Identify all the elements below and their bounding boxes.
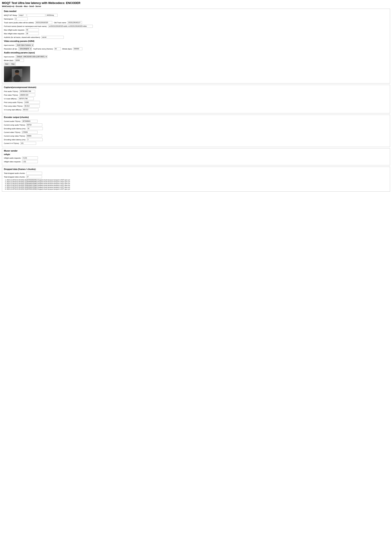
current-video-ts-input[interactable] (22, 131, 37, 134)
current-comp-video-ts-input[interactable] (26, 135, 42, 137)
encoder-output-title: Encoder output (chunks) (4, 116, 388, 118)
video-preview (4, 66, 30, 82)
total-dropped-audio-input[interactable] (26, 172, 42, 175)
video-bitrate-input[interactable] (73, 47, 82, 50)
capture-section: Capture(uncompressed domain) First audio… (2, 85, 390, 113)
muxer-sender-section: Muxer sender Inflight Inflight audio req… (2, 148, 390, 165)
moqt-relay-prefix[interactable] (19, 14, 26, 17)
max-inflight-audio-input[interactable] (26, 29, 39, 31)
max-inflight-audio-label: Max inflight audio requests: (4, 29, 25, 31)
first-comp-video-ts-input[interactable] (24, 105, 40, 107)
va-start-diff-input[interactable] (18, 97, 34, 100)
svg-point-5 (16, 72, 17, 74)
audio-input-sources-row: Input sources: Default - UMC202HD 192k (… (4, 55, 388, 58)
current-audio-ts-input[interactable] (22, 120, 37, 123)
va-comp-start-diff-input[interactable] (23, 108, 38, 111)
audio-bitrate-label: Bitrate (bps): (4, 59, 14, 61)
first-comp-audio-ts-row: First comp audio TS(ms): (4, 101, 388, 104)
video-input-sources-label: Input sources: (4, 44, 15, 46)
video-preview-inner (4, 66, 30, 82)
video-encoding-title: Video encoding params (h264) (4, 40, 388, 42)
stop-button[interactable]: Stop (10, 63, 16, 65)
current-video-ts-label: Current video TS(ms): (4, 131, 21, 133)
inflight-video-input[interactable] (22, 160, 38, 163)
old-track-name-input[interactable] (68, 21, 82, 24)
encoding-video-latency-input[interactable] (27, 138, 43, 141)
resolution-row: Resolution @ fps: 320x180@30 KeyFrame ev… (4, 47, 388, 50)
namespace-row: Namespace: (4, 17, 388, 20)
inflight-audio-label: Inflight audio requests: (4, 157, 21, 159)
first-comp-audio-ts-input[interactable] (24, 101, 40, 104)
svg-point-6 (17, 72, 18, 74)
first-video-ts-input[interactable] (19, 93, 35, 96)
audio-bitrate-row: Bitrate (bps): (4, 59, 388, 62)
resolution-label: Resolution @ fps: (4, 48, 17, 50)
first-video-ts-row: First video TS(ms): (4, 93, 388, 96)
max-inflight-audio-row: Max inflight audio requests: (4, 29, 388, 31)
full-track-input[interactable] (48, 25, 93, 28)
video-input-sources-select[interactable]: Jordi 12pro Camera (16, 44, 34, 47)
current-comp-audio-ts-row: Current comp audio TS(ms): (4, 123, 388, 126)
full-track-label: Full track names (based on namespace and… (4, 25, 47, 27)
inflight-audio-input[interactable] (22, 157, 38, 159)
moqt-relay-suffix[interactable] (46, 14, 57, 17)
va-start-diff-row: V-A start diff(ms): (4, 97, 388, 100)
first-audio-ts-label: First audio TS(ms): (4, 90, 18, 92)
inflight-video-label: Inflight video requests: (4, 161, 21, 163)
audio-input-sources-select[interactable]: Default - UMC202HD 192k (1397:0507) (16, 55, 47, 58)
encoding-video-latency-row: Encoding video latency (ms): (4, 138, 388, 141)
full-track-row: Full track names (based on namespace and… (4, 25, 388, 28)
resolution-select[interactable]: 320x180@30 (19, 47, 32, 50)
first-comp-audio-ts-label: First comp audio TS(ms): (4, 101, 23, 103)
namespace-input[interactable] (14, 17, 28, 20)
encoding-audio-latency-label: Encoding audio latency (ms): (4, 128, 26, 130)
inflight-subtitle: Inflight (4, 153, 388, 156)
max-inflight-video-label: Max inflight video requests: (4, 33, 25, 35)
current-va-ts-input[interactable] (20, 142, 36, 145)
list-item: 2023-12-26T18:21:59.02SZ (0)(38786308259… (7, 179, 388, 181)
list-item: 2023-12-26T18:21:59.02SZ (1)(38786309259… (7, 181, 388, 183)
audio-bitrate-input[interactable] (15, 59, 24, 62)
max-inflight-video-input[interactable] (26, 32, 39, 35)
inflight-video-row: Inflight video requests: (4, 160, 388, 163)
page-subtitle: WebCam(v+a) - Encode - Mux - Send - Serv… (2, 5, 390, 7)
person-silhouette-icon (12, 69, 22, 82)
track-name-row: Track name (audio,video will be added): … (4, 21, 388, 24)
encoding-audio-latency-row: Encoding audio latency (ms): (4, 127, 388, 130)
max-inflight-video-row: Max inflight video requests: (4, 32, 388, 35)
current-va-ts-row: Current V-A TS(ms): (4, 142, 388, 145)
video-input-sources-row: Input sources: Jordi 12pro Camera (4, 44, 388, 47)
start-button[interactable]: Start (4, 63, 10, 65)
encoder-output-section: Encoder output (chunks) Current audio TS… (2, 115, 390, 147)
va-comp-start-diff-row: V-A comp start diff(ms): (4, 108, 388, 111)
list-item: 2023-12-26T18:21:59.02SZ (5)(38786313259… (7, 188, 388, 190)
keyframe-label: KeyFrame every (frames): (34, 48, 53, 50)
video-bitrate-label: Bitrate (bps): (63, 48, 72, 50)
audio-input-sources-label: Input sources: (4, 56, 15, 58)
keyframe-input[interactable] (54, 47, 61, 50)
data-needed-title: Data needed (4, 10, 388, 13)
total-dropped-video-row: Total dropped video chunks: (4, 175, 388, 178)
encoding-audio-latency-input[interactable] (27, 127, 43, 130)
track-name-input[interactable] (35, 21, 52, 24)
list-item: 2023-12-26T18:21:59.02SZ (4)(38786312259… (7, 186, 388, 188)
controls-row: Start Stop (4, 63, 388, 65)
current-audio-ts-label: Current audio TS(ms): (4, 120, 21, 122)
first-video-ts-label: First video TS(ms): (4, 94, 18, 96)
dropped-items-list: 2023-12-26T18:21:59.02SZ (0)(38786308259… (4, 179, 388, 190)
data-needed-section: Data needed MOQT WT Relay: Namespace: Tr… (2, 9, 390, 83)
list-item: 2023-12-26T18:21:59.02SZ (3)(38786311259… (7, 185, 388, 186)
authinfo-input[interactable] (42, 36, 64, 39)
muxer-sender-title: Muxer sender (4, 150, 388, 152)
authinfo-label: AuthInfo (for all tracks, shared with su… (4, 36, 40, 38)
current-audio-ts-row: Current audio TS(ms): (4, 120, 388, 123)
total-dropped-audio-row: Total dropped audio chunks: (4, 172, 388, 175)
moqt-relay-host[interactable] (27, 14, 45, 17)
current-comp-audio-ts-input[interactable] (27, 123, 42, 126)
total-dropped-video-input[interactable] (26, 175, 42, 178)
authinfo-row: AuthInfo (for all tracks, shared with su… (4, 36, 388, 39)
first-audio-ts-input[interactable] (19, 90, 35, 93)
va-start-diff-label: V-A start diff(ms): (4, 98, 17, 100)
current-video-ts-row: Current video TS(ms): (4, 131, 388, 134)
current-comp-audio-ts-label: Current comp audio TS(ms): (4, 124, 25, 126)
